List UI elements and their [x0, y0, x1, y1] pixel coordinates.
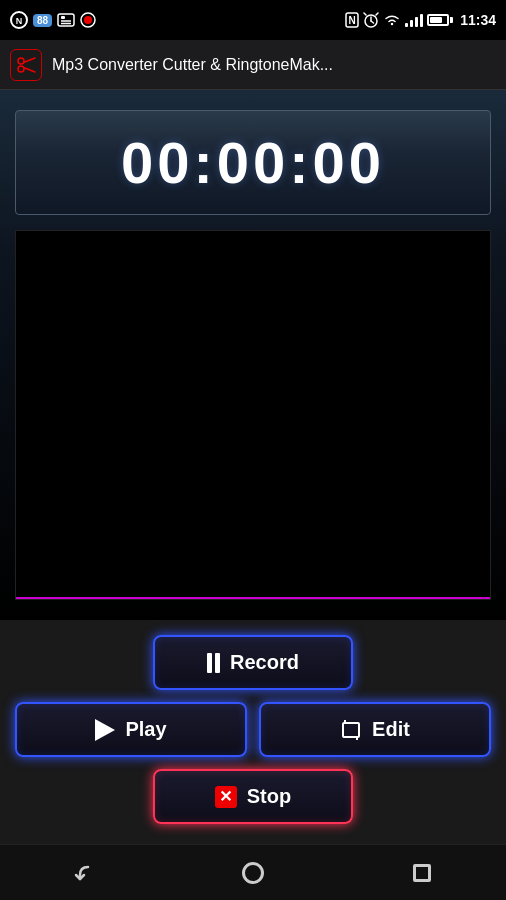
record-dot-icon	[80, 12, 96, 28]
svg-line-18	[24, 67, 36, 72]
alarm-icon	[363, 12, 379, 28]
top-app-bar: Mp3 Converter Cutter & RingtoneMak...	[0, 40, 506, 90]
scissors-icon	[15, 54, 37, 76]
pause-icon	[207, 653, 220, 673]
stop-label: Stop	[247, 785, 291, 808]
record-row: Record	[15, 635, 491, 690]
waveform-area	[15, 230, 491, 600]
svg-line-13	[364, 13, 366, 15]
timer-container: 00:00:00	[15, 110, 491, 215]
edit-button[interactable]: Edit	[259, 702, 491, 757]
stop-row: ✕ Stop	[15, 769, 491, 824]
notification-icon: N	[10, 11, 28, 29]
recents-square-icon	[413, 864, 431, 882]
status-right-icons: N 11:34	[345, 12, 496, 28]
timer-display: 00:00:00	[26, 129, 480, 196]
wifi-icon	[383, 13, 401, 27]
svg-text:N: N	[16, 16, 23, 26]
svg-line-17	[24, 58, 36, 63]
nav-bar	[0, 844, 506, 900]
record-button[interactable]: Record	[153, 635, 353, 690]
recents-button[interactable]	[392, 853, 452, 893]
home-button[interactable]	[223, 853, 283, 893]
status-left-icons: N 88	[10, 11, 96, 29]
edit-label: Edit	[372, 718, 410, 741]
svg-text:N: N	[349, 15, 356, 26]
sim-icon	[57, 13, 75, 27]
svg-rect-3	[61, 16, 65, 19]
main-content: 00:00:00	[0, 90, 506, 620]
svg-rect-19	[343, 723, 359, 737]
stop-x-icon: ✕	[215, 786, 237, 808]
svg-line-12	[371, 21, 374, 23]
signal-bars	[405, 13, 423, 27]
buttons-area: Record Play Edit ✕ Sto	[0, 620, 506, 844]
app-title: Mp3 Converter Cutter & RingtoneMak...	[52, 56, 333, 74]
play-edit-row: Play Edit	[15, 702, 491, 757]
status-bar: N 88 N	[0, 0, 506, 40]
svg-line-14	[376, 13, 378, 15]
badge-88: 88	[33, 14, 52, 27]
play-button[interactable]: Play	[15, 702, 247, 757]
back-button[interactable]	[54, 853, 114, 893]
svg-point-7	[84, 16, 92, 24]
record-label: Record	[230, 651, 299, 674]
edit-icon	[340, 720, 362, 740]
play-icon	[95, 719, 115, 741]
status-time: 11:34	[460, 12, 496, 28]
app-icon	[10, 49, 42, 81]
waveform-line	[16, 597, 490, 599]
stop-button[interactable]: ✕ Stop	[153, 769, 353, 824]
home-circle-icon	[242, 862, 264, 884]
back-arrow-icon	[70, 859, 98, 887]
play-label: Play	[125, 718, 166, 741]
nfc-icon: N	[345, 12, 359, 28]
battery-icon	[427, 14, 453, 26]
